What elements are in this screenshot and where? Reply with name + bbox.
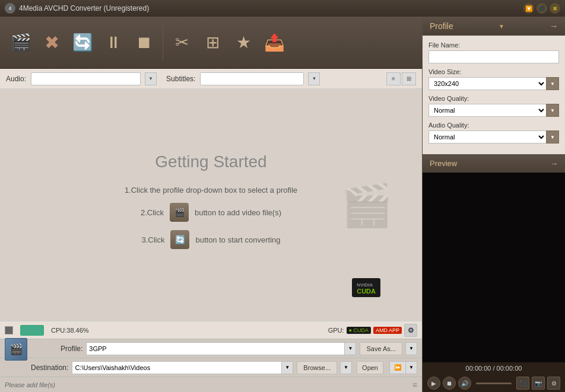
- instruction-3-text: button to start converting: [195, 235, 280, 244]
- preview-controls: ▶ ⏹ 🔊 ⬛ 📷 ⚙: [423, 374, 565, 392]
- minimize-button[interactable]: 🔽: [523, 3, 534, 14]
- getting-started-title: Getting Started: [155, 152, 266, 171]
- delete-button[interactable]: ✖: [37, 23, 66, 63]
- window-controls: 🔽 ⬛ ✖: [523, 3, 560, 14]
- profile-dropdown-indicator: ▼: [499, 23, 504, 30]
- toolbar: 🎬 ✖ 🔄 ⏸ ⏹ ✂ ⊞ ★: [0, 17, 422, 69]
- view-buttons: ≡ ⊞: [386, 72, 416, 85]
- media-bar: Audio: ▼ Subtitles: ▼ ≡ ⊞: [0, 69, 422, 89]
- audio-label: Audio:: [6, 75, 26, 83]
- grid-view-button[interactable]: ⊞: [402, 72, 416, 85]
- video-size-wrap: 320x240 ▼: [428, 77, 559, 90]
- maximize-button[interactable]: ⬛: [537, 3, 547, 14]
- status-bar: CPU:38.46% GPU: ● CUDA AMD APP ⚙: [0, 321, 422, 339]
- volume-button[interactable]: 🔊: [458, 377, 471, 390]
- effect-button[interactable]: ★: [228, 23, 258, 63]
- screenshot-button[interactable]: ⬛: [516, 377, 529, 390]
- stop-button[interactable]: ⏹: [129, 23, 159, 63]
- subtitles-dropdown-arrow[interactable]: ▼: [308, 72, 320, 85]
- preview-settings-button[interactable]: ⚙: [547, 377, 560, 390]
- browse-button[interactable]: Browse...: [297, 361, 337, 374]
- profile-panel: Profile ▼ → File Name: Video Size: 320x2…: [423, 17, 565, 154]
- status-indicator[interactable]: [5, 326, 13, 334]
- preview-screen: [423, 173, 565, 362]
- instruction-3: 3.Click 🔄 button to start converting: [141, 230, 280, 249]
- instruction-2-prefix: 2.Click: [141, 208, 164, 217]
- save-as-button[interactable]: Save As...: [360, 342, 402, 355]
- audio-quality-select[interactable]: Normal: [428, 130, 547, 144]
- profile-input[interactable]: [86, 342, 345, 355]
- video-size-select[interactable]: 320x240: [428, 77, 547, 90]
- instruction-2: 2.Click 🎬 button to add video file(s): [141, 203, 281, 222]
- export-button[interactable]: 📤: [259, 23, 289, 63]
- dest-dropdown-arrow[interactable]: ▼: [281, 361, 293, 374]
- profile-panel-header: Profile ▼ →: [423, 17, 565, 36]
- list-view-button[interactable]: ≡: [386, 72, 401, 85]
- pause-icon: ⏸: [105, 33, 122, 52]
- play-button[interactable]: ▶: [427, 377, 440, 390]
- cuda-label: CUDA: [357, 288, 376, 295]
- preview-expand-arrow[interactable]: →: [550, 159, 558, 168]
- dest-row: Destination: ▼ Browse... ▼ Open ⏩ ▼: [0, 358, 422, 377]
- audio-dropdown-arrow[interactable]: ▼: [145, 72, 157, 85]
- video-size-label: Video Size:: [428, 68, 559, 75]
- stop-preview-button[interactable]: ⏹: [443, 377, 456, 390]
- browse-dropdown-arrow[interactable]: ▼: [340, 361, 352, 374]
- preview-panel: Preview → 00:00:00 / 00:00:00 ▶ ⏹ 🔊 ⬛ 📷 …: [423, 154, 565, 392]
- settings-button[interactable]: ⚙: [404, 324, 417, 337]
- add-file-button[interactable]: 🎬: [6, 23, 36, 63]
- volume-slider[interactable]: [476, 383, 512, 384]
- merge-icon: ⊞: [206, 33, 220, 52]
- effect-icon: ★: [236, 33, 251, 52]
- cut-icon: ✂: [175, 33, 189, 52]
- profile-dropdown-arrow[interactable]: ▼: [344, 342, 356, 355]
- cpu-status: CPU:38.46%: [51, 327, 89, 334]
- preview-header: Preview →: [423, 154, 565, 173]
- video-quality-wrap: Normal ▼: [428, 104, 559, 117]
- dest-label: Destination:: [31, 364, 68, 372]
- delete-icon: ✖: [45, 32, 59, 53]
- content-area: Getting Started 1.Click the profile drop…: [0, 89, 422, 321]
- dest-input[interactable]: [72, 361, 282, 374]
- convert-btns: ⏩ ▼: [388, 361, 417, 374]
- file-name-label: File Name:: [428, 42, 559, 49]
- right-panel: Profile ▼ → File Name: Video Size: 320x2…: [423, 17, 565, 392]
- cut-button[interactable]: ✂: [167, 23, 196, 63]
- footer-text: Please add file(s): [5, 381, 412, 388]
- open-button[interactable]: Open: [357, 361, 383, 374]
- video-quality-arrow[interactable]: ▼: [546, 104, 559, 117]
- convert-dropdown-arrow[interactable]: ▼: [405, 361, 417, 374]
- profile-row: 🎬 Profile: ▼ Save As... ▼: [0, 339, 422, 358]
- convert-button[interactable]: 🔄: [68, 23, 97, 63]
- file-name-input[interactable]: [428, 50, 559, 63]
- audio-quality-label: Audio Quality:: [428, 122, 559, 129]
- profile-panel-title: Profile: [430, 21, 453, 31]
- instruction-1-text: 1.Click the profile drop-down box to sel…: [125, 186, 297, 195]
- instruction-2-text: button to add video file(s): [195, 208, 281, 217]
- dest-input-wrap: ▼: [72, 361, 293, 374]
- close-button[interactable]: ✖: [550, 3, 560, 14]
- audio-input[interactable]: [31, 72, 141, 85]
- convert-start-button[interactable]: ⏩: [389, 361, 406, 374]
- subtitles-input[interactable]: [200, 72, 304, 85]
- footer: Please add file(s) ≡: [0, 377, 422, 392]
- save-as-dropdown-arrow[interactable]: ▼: [405, 342, 417, 355]
- left-panel: 🎬 ✖ 🔄 ⏸ ⏹ ✂ ⊞ ★: [0, 17, 423, 392]
- stop-icon: ⏹: [136, 33, 153, 52]
- video-size-arrow[interactable]: ▼: [546, 77, 559, 90]
- profile-expand-arrow[interactable]: →: [550, 21, 558, 31]
- app-icon: 4: [5, 3, 15, 14]
- app-title: 4Media AVCHD Converter (Unregistered): [19, 4, 523, 12]
- camera-button[interactable]: 📷: [532, 377, 545, 390]
- gpu-label: GPU:: [328, 327, 344, 334]
- audio-quality-arrow[interactable]: ▼: [546, 130, 559, 144]
- profile-select-wrap: ▼: [86, 342, 356, 355]
- preview-title: Preview: [430, 159, 457, 168]
- start-convert-icon: 🔄: [170, 230, 189, 249]
- instruction-1: 1.Click the profile drop-down box to sel…: [125, 186, 297, 195]
- pause-button[interactable]: ⏸: [99, 23, 128, 63]
- merge-button[interactable]: ⊞: [198, 23, 227, 63]
- video-quality-select[interactable]: Normal: [428, 104, 547, 117]
- export-icon: 📤: [264, 33, 285, 52]
- gpu-status: GPU: ● CUDA AMD APP ⚙: [328, 324, 417, 337]
